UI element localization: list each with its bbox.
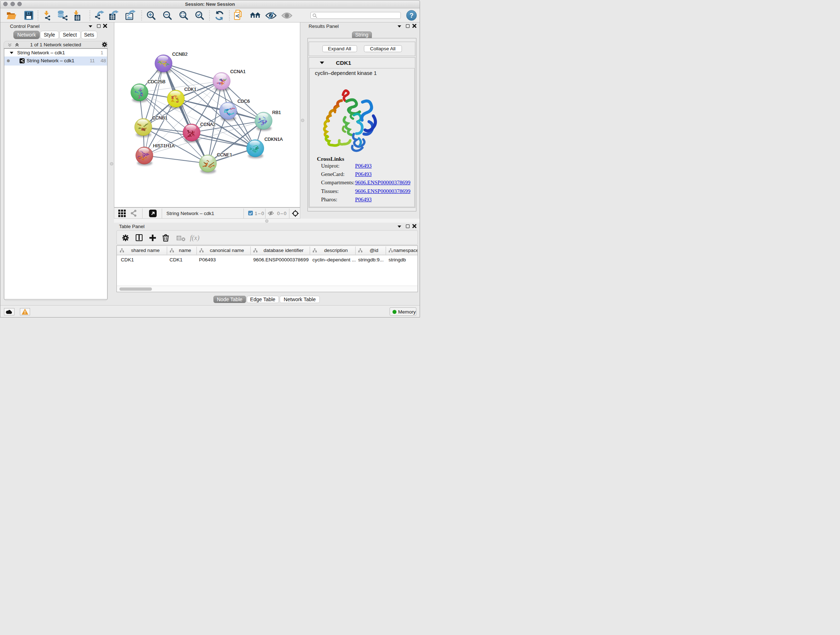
svg-text:CDKN1A: CDKN1A	[264, 137, 283, 142]
svg-text:CDK1: CDK1	[185, 87, 196, 92]
svg-text:CCNA1: CCNA1	[231, 69, 246, 74]
svg-text:CCNB1: CCNB1	[152, 116, 167, 120]
svg-text:CCNA2: CCNA2	[201, 122, 216, 127]
svg-text:HIST1H1A: HIST1H1A	[153, 143, 175, 149]
svg-text:CCNB2: CCNB2	[172, 52, 187, 57]
svg-text:RB1: RB1	[272, 110, 281, 115]
svg-text:CCNE1: CCNE1	[217, 152, 232, 157]
svg-text:CDC25B: CDC25B	[148, 79, 165, 84]
svg-text:CDC6: CDC6	[238, 99, 250, 104]
